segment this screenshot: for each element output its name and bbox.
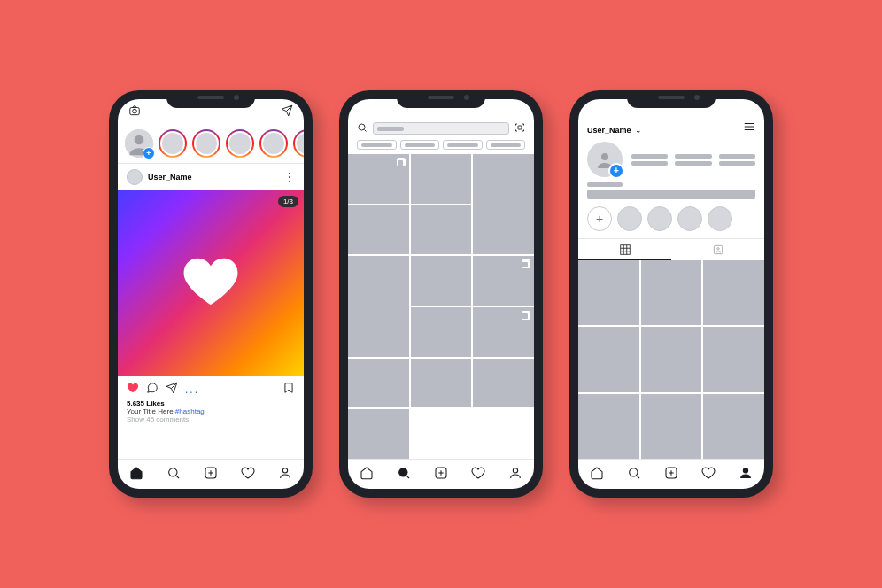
stories-row[interactable] <box>118 124 304 164</box>
nav-activity-icon[interactable] <box>241 466 255 484</box>
bookmark-button[interactable] <box>282 382 295 398</box>
nav-profile-icon[interactable] <box>739 466 753 484</box>
post-header: User_Name ⋮ <box>118 164 304 190</box>
stat-following[interactable] <box>719 154 755 166</box>
search-icon[interactable] <box>357 120 368 136</box>
camera-icon[interactable] <box>128 104 141 120</box>
post-avatar[interactable] <box>127 169 143 185</box>
nav-profile-icon[interactable] <box>278 466 292 484</box>
feed-screen: User_Name ⋮ 1/3 ... 5 <box>118 99 304 489</box>
scan-icon[interactable] <box>514 120 525 136</box>
profile-avatar[interactable] <box>587 142 623 177</box>
explore-tile[interactable] <box>411 205 472 255</box>
explore-tile[interactable] <box>411 359 472 408</box>
nav-search-icon[interactable] <box>166 466 181 484</box>
profile-post-tile[interactable] <box>641 394 702 459</box>
nav-create-icon[interactable] <box>434 466 448 484</box>
highlight-item[interactable] <box>677 206 702 231</box>
svg-point-6 <box>359 124 365 130</box>
profile-username-selector[interactable]: User_Name ⌄ <box>587 120 642 136</box>
send-icon[interactable] <box>281 104 293 120</box>
nav-create-icon[interactable] <box>664 466 678 484</box>
view-comments-link[interactable]: Show 45 comments <box>127 415 295 423</box>
explore-tile[interactable] <box>411 256 472 306</box>
tab-grid-posts[interactable] <box>578 239 671 260</box>
caption-hashtag[interactable]: #hashtag <box>175 407 205 415</box>
post-image[interactable]: 1/3 <box>118 190 304 376</box>
story-item[interactable] <box>293 129 304 158</box>
profile-post-tile[interactable] <box>703 327 764 391</box>
svg-point-2 <box>135 135 144 145</box>
explore-tile[interactable] <box>348 409 409 459</box>
category-chip[interactable] <box>486 140 526 150</box>
svg-point-14 <box>716 248 718 250</box>
stat-followers[interactable] <box>675 154 711 166</box>
highlight-item[interactable] <box>617 206 642 231</box>
explore-tile[interactable] <box>411 307 472 357</box>
category-chip[interactable] <box>357 140 397 150</box>
explore-tile[interactable] <box>348 359 409 408</box>
story-item[interactable] <box>159 129 187 158</box>
explore-tile[interactable] <box>473 359 534 408</box>
profile-post-tile[interactable] <box>578 260 639 325</box>
svg-point-11 <box>601 153 608 160</box>
stat-posts[interactable] <box>631 154 668 166</box>
svg-point-8 <box>399 468 407 476</box>
svg-point-17 <box>743 468 747 472</box>
explore-tile[interactable] <box>348 205 409 255</box>
svg-rect-7 <box>518 126 522 129</box>
profile-post-tile[interactable] <box>703 394 764 459</box>
nav-activity-icon[interactable] <box>471 466 485 484</box>
profile-post-tile[interactable] <box>578 394 639 459</box>
comment-button[interactable] <box>146 382 159 398</box>
nav-create-icon[interactable] <box>204 466 218 484</box>
post-username[interactable]: User_Name <box>148 173 279 182</box>
nav-home-icon[interactable] <box>590 466 604 484</box>
explore-tile[interactable] <box>348 154 409 204</box>
highlight-item[interactable] <box>708 206 732 231</box>
post-caption: 5.635 Likes Your Title Here #hashtag Sho… <box>118 399 304 427</box>
edit-profile-button[interactable] <box>587 190 755 199</box>
category-chip[interactable] <box>400 140 440 150</box>
hamburger-menu-icon[interactable] <box>743 120 755 136</box>
search-input[interactable] <box>373 122 509 135</box>
post-action-bar: ... <box>118 376 304 399</box>
explore-tile[interactable] <box>348 256 409 356</box>
explore-tile[interactable] <box>411 154 472 204</box>
nav-home-icon[interactable] <box>129 466 143 484</box>
highlight-item[interactable] <box>647 206 672 231</box>
story-item[interactable] <box>192 129 220 158</box>
likes-count[interactable]: 5.635 Likes <box>127 399 295 407</box>
story-item[interactable] <box>259 129 288 158</box>
nav-activity-icon[interactable] <box>701 466 716 484</box>
profile-post-tile[interactable] <box>578 327 639 391</box>
profile-post-tile[interactable] <box>641 260 702 325</box>
profile-tabs <box>578 238 764 260</box>
carousel-dots: ... <box>185 383 199 396</box>
feed-navbar <box>118 459 304 489</box>
nav-profile-icon[interactable] <box>508 466 522 484</box>
profile-post-tile[interactable] <box>703 260 764 325</box>
svg-point-15 <box>630 468 638 476</box>
profile-highlights-row: + <box>578 199 764 238</box>
explore-tile[interactable] <box>473 154 534 254</box>
nav-search-icon[interactable] <box>397 466 411 484</box>
profile-post-tile[interactable] <box>641 327 702 391</box>
profile-bio <box>578 182 764 199</box>
category-chip[interactable] <box>443 140 483 150</box>
nav-home-icon[interactable] <box>360 466 374 484</box>
nav-search-icon[interactable] <box>627 466 641 484</box>
story-item[interactable] <box>226 129 254 158</box>
story-your-story[interactable] <box>125 129 153 158</box>
explore-tile[interactable] <box>473 256 534 306</box>
like-button[interactable] <box>127 382 139 398</box>
svg-point-3 <box>169 468 177 476</box>
profile-screen: User_Name ⌄ + <box>578 99 764 489</box>
phone-explore <box>339 90 543 498</box>
highlight-add[interactable]: + <box>587 206 612 231</box>
svg-point-1 <box>133 109 137 113</box>
share-button[interactable] <box>166 382 178 398</box>
tab-tagged-posts[interactable] <box>671 239 764 260</box>
post-options-icon[interactable]: ⋮ <box>284 171 295 183</box>
explore-tile[interactable] <box>473 307 534 357</box>
